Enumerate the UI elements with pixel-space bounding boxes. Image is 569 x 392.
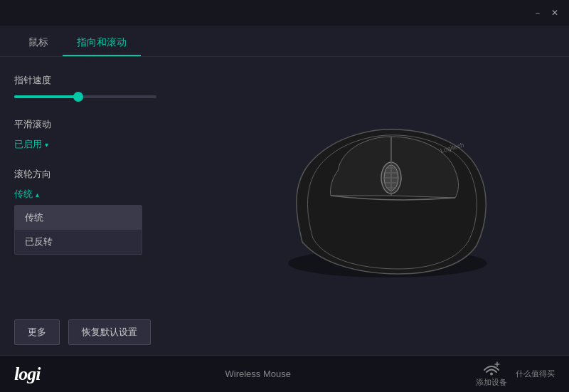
pointer-speed-section: 指针速度 bbox=[14, 74, 192, 101]
slider-track[interactable] bbox=[14, 95, 156, 98]
left-panel: 指针速度 平滑滚动 已启用 ▾ 滚轮方向 传统 ▴ bbox=[0, 57, 206, 355]
footer-right: 添加设备 什么值得买 bbox=[476, 360, 555, 388]
add-device-icon bbox=[482, 360, 501, 376]
chevron-down-icon: ▾ bbox=[45, 141, 48, 149]
add-device-button[interactable]: 添加设备 bbox=[476, 360, 507, 388]
mouse-illustration: Logitech bbox=[267, 114, 509, 299]
logi-logo: logi bbox=[14, 364, 40, 385]
bottom-buttons: 更多 恢复默认设置 bbox=[14, 319, 151, 345]
scroll-direction-label: 滚轮方向 bbox=[14, 168, 192, 181]
tab-pointer-scroll[interactable]: 指向和滚动 bbox=[63, 36, 141, 56]
chevron-up-icon: ▴ bbox=[36, 191, 39, 198]
scroll-direction-dropdown[interactable]: 传统 ▴ bbox=[14, 188, 192, 201]
svg-point-11 bbox=[490, 373, 493, 376]
watermark-text: 什么值得买 bbox=[516, 369, 555, 379]
smooth-scroll-value: 已启用 bbox=[14, 138, 42, 151]
tab-mouse[interactable]: 鼠标 bbox=[14, 36, 63, 56]
slider-thumb[interactable] bbox=[73, 92, 83, 102]
app-window: － ✕ 鼠标 指向和滚动 指针速度 平滑滚动 已启用 ▾ bbox=[0, 0, 569, 392]
tab-bar: 鼠标 指向和滚动 bbox=[0, 26, 569, 57]
scroll-option-traditional[interactable]: 传统 bbox=[15, 206, 142, 230]
footer: logi Wireless Mouse 添加设备 什么值得买 bbox=[0, 355, 569, 392]
scroll-direction-menu: 传统 已反转 bbox=[14, 205, 142, 255]
scroll-option-reversed[interactable]: 已反转 bbox=[15, 230, 142, 254]
add-device-label: 添加设备 bbox=[476, 377, 507, 388]
slider-fill bbox=[14, 95, 78, 98]
smooth-scroll-label: 平滑滚动 bbox=[14, 118, 192, 131]
scroll-direction-section: 滚轮方向 传统 ▴ 传统 已反转 bbox=[14, 168, 192, 255]
mouse-image-panel: Logitech bbox=[206, 57, 569, 355]
pointer-speed-label: 指针速度 bbox=[14, 74, 192, 87]
more-button[interactable]: 更多 bbox=[14, 319, 60, 345]
smooth-scroll-section: 平滑滚动 已启用 ▾ bbox=[14, 118, 192, 151]
close-button[interactable]: ✕ bbox=[546, 4, 563, 21]
title-bar: － ✕ bbox=[0, 0, 569, 26]
device-name: Wireless Mouse bbox=[40, 369, 476, 379]
reset-button[interactable]: 恢复默认设置 bbox=[68, 319, 151, 345]
minimize-button[interactable]: － bbox=[529, 4, 546, 21]
main-content: 指针速度 平滑滚动 已启用 ▾ 滚轮方向 传统 ▴ bbox=[0, 57, 569, 355]
scroll-direction-value: 传统 bbox=[14, 188, 33, 201]
smooth-scroll-dropdown[interactable]: 已启用 ▾ bbox=[14, 138, 192, 151]
